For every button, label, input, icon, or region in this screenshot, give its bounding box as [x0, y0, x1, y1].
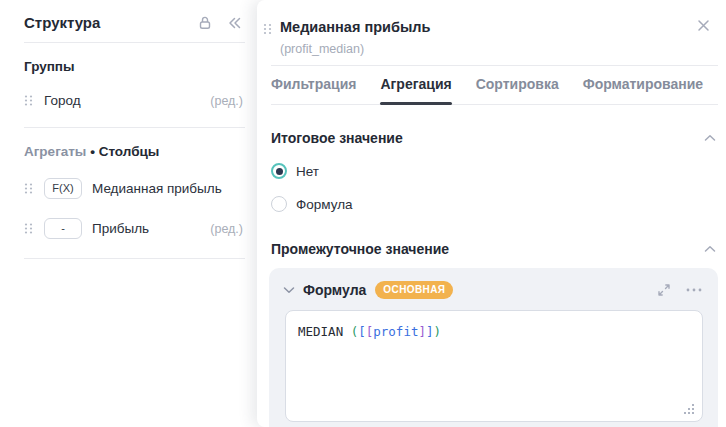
- list-item-label: Прибыль: [92, 221, 149, 236]
- list-item-label: Медианная прибыль: [92, 181, 222, 196]
- list-item-city[interactable]: Город (ред.): [0, 93, 257, 108]
- code-token: ): [434, 324, 442, 339]
- total-value-section-header: Итоговое значение: [271, 130, 716, 146]
- panel-header: Медианная прибыль (profit_median): [257, 0, 726, 56]
- sidebar-header: Структура: [0, 0, 257, 42]
- sidebar-title: Структура: [24, 14, 183, 31]
- close-icon[interactable]: [697, 19, 710, 32]
- field-settings-panel: Медианная прибыль (profit_median) Фильтр…: [257, 0, 726, 427]
- primary-badge: ОСНОВНАЯ: [375, 281, 453, 299]
- edit-link[interactable]: (ред.): [210, 94, 243, 108]
- intermediate-value-section-header: Промежуточное значение: [271, 241, 716, 257]
- tab-aggregation[interactable]: Агрегация: [380, 66, 451, 104]
- more-options-icon[interactable]: [686, 288, 702, 292]
- structure-sidebar: Структура Группы Город (ред.) Агрегаты: [0, 0, 257, 427]
- tab-formatting[interactable]: Форматирование: [583, 66, 703, 104]
- list-item-profit[interactable]: - Прибыль (ред.): [0, 218, 257, 239]
- expand-fullscreen-icon[interactable]: [657, 283, 671, 297]
- drag-handle-icon[interactable]: [24, 182, 33, 195]
- chevron-up-icon[interactable]: [704, 245, 716, 253]
- page-title: Медианная прибыль: [280, 19, 430, 35]
- radio-label: Формула: [296, 197, 353, 212]
- drag-handle-icon[interactable]: [263, 22, 272, 36]
- list-item-median-profit[interactable]: F(X) Медианная прибыль: [0, 178, 257, 199]
- aggregates-title-part: Агрегаты: [24, 144, 86, 159]
- edit-link[interactable]: (ред.): [210, 222, 243, 236]
- formula-card-title: Формула: [303, 282, 366, 298]
- columns-title-part: Столбцы: [99, 144, 160, 159]
- radio-checked-icon[interactable]: [271, 163, 287, 179]
- drag-handle-icon[interactable]: [24, 222, 33, 235]
- sidebar-divider: [24, 258, 245, 259]
- formula-card-actions: [657, 283, 702, 297]
- formula-card: Формула ОСНОВНАЯ MEDIAN ([[profit]]): [269, 268, 718, 427]
- code-token: ]: [426, 324, 434, 339]
- radio-formula[interactable]: Формула: [271, 196, 726, 212]
- column-type-badge: -: [44, 218, 82, 239]
- field-id-subtitle: (profit_median): [280, 42, 430, 56]
- radio-label: Нет: [296, 164, 319, 179]
- settings-tabs: Фильтрация Агрегация Сортировка Форматир…: [271, 66, 718, 105]
- code-token: MEDIAN: [298, 324, 351, 339]
- title-dot: •: [90, 144, 95, 159]
- section-title: Промежуточное значение: [271, 241, 449, 257]
- code-token: [: [358, 324, 366, 339]
- radio-unchecked-icon[interactable]: [271, 196, 287, 212]
- chevron-down-icon[interactable]: [283, 286, 295, 294]
- resize-grip-icon[interactable]: [683, 403, 695, 415]
- section-title: Итоговое значение: [271, 130, 403, 146]
- tab-sorting[interactable]: Сортировка: [476, 66, 559, 104]
- groups-section-title: Группы: [0, 43, 257, 74]
- tab-filtering[interactable]: Фильтрация: [271, 66, 356, 104]
- aggregates-section-title: Агрегаты • Столбцы: [0, 128, 257, 159]
- formula-card-header: Формула ОСНОВНАЯ: [269, 268, 718, 299]
- formula-code-editor[interactable]: MEDIAN ([[profit]]): [285, 310, 703, 422]
- collapse-sidebar-icon[interactable]: [227, 16, 243, 30]
- lock-icon[interactable]: [197, 15, 213, 31]
- panel-titles: Медианная прибыль (profit_median): [280, 19, 430, 56]
- radio-none[interactable]: Нет: [271, 163, 726, 179]
- drag-handle-icon[interactable]: [24, 94, 33, 107]
- chevron-up-icon[interactable]: [704, 134, 716, 142]
- list-item-label: Город: [44, 93, 81, 108]
- formula-code: MEDIAN ([[profit]]): [298, 324, 690, 339]
- code-token: profit: [373, 324, 418, 339]
- formula-type-badge: F(X): [44, 178, 82, 199]
- code-token: ]: [418, 324, 426, 339]
